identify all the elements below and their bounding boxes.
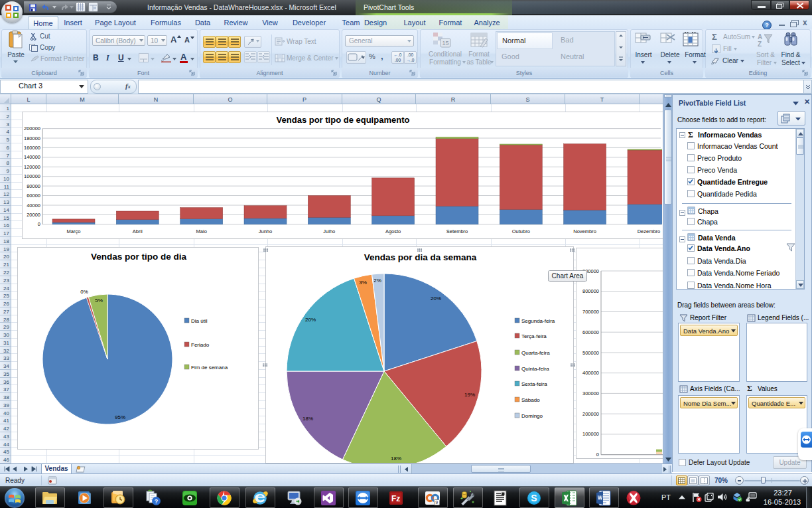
svg-text:0: 0 bbox=[38, 221, 40, 227]
svg-text:100000: 100000 bbox=[24, 173, 40, 179]
svg-text:20000: 20000 bbox=[27, 212, 40, 218]
svg-text:20%: 20% bbox=[305, 317, 316, 323]
svg-text:Agosto: Agosto bbox=[385, 228, 401, 234]
svg-text:140000: 140000 bbox=[24, 154, 40, 160]
svg-text:Setembro: Setembro bbox=[446, 228, 468, 234]
svg-text:Segunda-feira: Segunda-feira bbox=[521, 318, 555, 324]
svg-text:Z: Z bbox=[758, 41, 762, 48]
svg-text:Feriado: Feriado bbox=[191, 342, 210, 348]
svg-text:0: 0 bbox=[596, 452, 599, 458]
svg-text:300000: 300000 bbox=[582, 390, 599, 396]
svg-text:Dia útil: Dia útil bbox=[191, 318, 208, 324]
svg-text:Fim de semana: Fim de semana bbox=[191, 365, 228, 371]
svg-text:80000: 80000 bbox=[27, 183, 40, 189]
svg-text:19%: 19% bbox=[464, 392, 475, 398]
svg-text:800000: 800000 bbox=[582, 288, 599, 294]
svg-text:3%: 3% bbox=[359, 280, 367, 286]
svg-text:Terça-feira: Terça-feira bbox=[521, 333, 547, 339]
svg-text:2%: 2% bbox=[373, 278, 381, 284]
svg-text:S: S bbox=[531, 493, 537, 503]
svg-text:Julho: Julho bbox=[323, 228, 335, 234]
svg-text:A: A bbox=[758, 33, 762, 41]
svg-text:400000: 400000 bbox=[582, 370, 599, 376]
svg-text:Maio: Maio bbox=[196, 228, 207, 234]
svg-text:600000: 600000 bbox=[582, 329, 599, 335]
svg-text:160000: 160000 bbox=[24, 145, 40, 151]
svg-text:Quinta-feira: Quinta-feira bbox=[521, 366, 549, 372]
svg-text:700000: 700000 bbox=[582, 309, 599, 315]
svg-text:Domingo: Domingo bbox=[521, 413, 543, 419]
svg-text:Abril: Abril bbox=[133, 228, 143, 234]
svg-text:Sexta-feira: Sexta-feira bbox=[521, 381, 547, 387]
svg-text:0%: 0% bbox=[80, 289, 88, 295]
svg-text:Novembro: Novembro bbox=[573, 228, 596, 234]
svg-text:Dezembro: Dezembro bbox=[638, 228, 661, 234]
svg-text:60000: 60000 bbox=[27, 193, 40, 199]
svg-text:Março: Março bbox=[67, 228, 81, 234]
svg-text:95%: 95% bbox=[115, 414, 125, 420]
svg-text:18%: 18% bbox=[391, 456, 401, 462]
svg-text:200000: 200000 bbox=[582, 411, 599, 417]
svg-text:?: ? bbox=[155, 498, 159, 505]
svg-text:15: 15 bbox=[442, 40, 449, 46]
svg-text:Fz: Fz bbox=[391, 494, 400, 503]
svg-text:5%: 5% bbox=[95, 297, 103, 303]
svg-text:100000: 100000 bbox=[582, 431, 599, 437]
svg-text:9: 9 bbox=[435, 500, 438, 505]
svg-text:Outubro: Outubro bbox=[512, 228, 530, 234]
svg-text:18%: 18% bbox=[303, 416, 313, 422]
svg-text:120000: 120000 bbox=[24, 164, 40, 170]
svg-text:20%: 20% bbox=[431, 296, 441, 301]
svg-text:Junho: Junho bbox=[259, 228, 272, 234]
svg-text:500000: 500000 bbox=[582, 350, 599, 356]
svg-text:Sábado: Sábado bbox=[521, 397, 540, 403]
svg-text:180000: 180000 bbox=[24, 135, 40, 141]
svg-text:200000: 200000 bbox=[24, 126, 40, 131]
svg-text:Quarta-feira: Quarta-feira bbox=[521, 350, 550, 356]
svg-text:40000: 40000 bbox=[27, 203, 40, 209]
